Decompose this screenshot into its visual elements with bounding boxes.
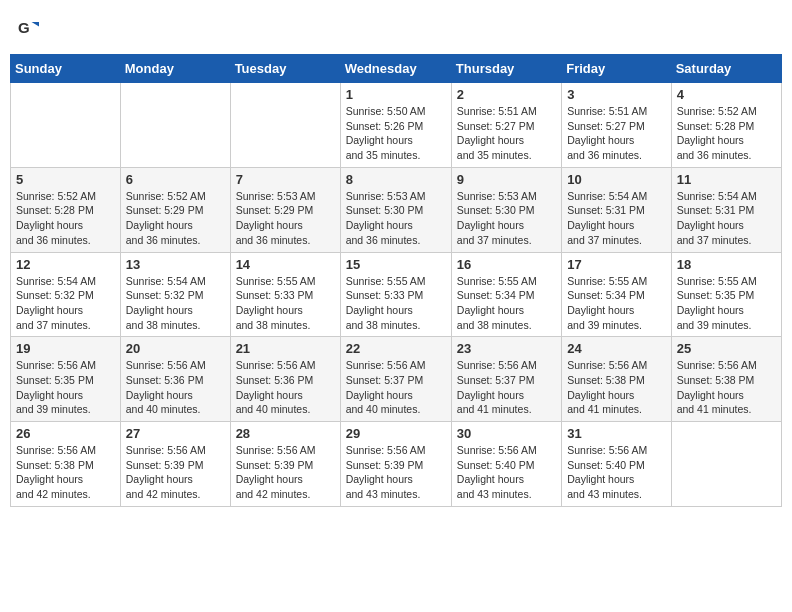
- day-number: 27: [126, 426, 225, 441]
- day-info: Sunrise: 5:56 AMSunset: 5:37 PMDaylight …: [346, 358, 446, 417]
- day-number: 22: [346, 341, 446, 356]
- calendar-cell: 31Sunrise: 5:56 AMSunset: 5:40 PMDayligh…: [562, 422, 671, 507]
- calendar-cell: 2Sunrise: 5:51 AMSunset: 5:27 PMDaylight…: [451, 83, 561, 168]
- day-info: Sunrise: 5:56 AMSunset: 5:39 PMDaylight …: [126, 443, 225, 502]
- day-number: 9: [457, 172, 556, 187]
- day-info: Sunrise: 5:55 AMSunset: 5:35 PMDaylight …: [677, 274, 776, 333]
- calendar-cell: 5Sunrise: 5:52 AMSunset: 5:28 PMDaylight…: [11, 167, 121, 252]
- calendar-cell: 29Sunrise: 5:56 AMSunset: 5:39 PMDayligh…: [340, 422, 451, 507]
- day-number: 3: [567, 87, 665, 102]
- calendar-cell: 21Sunrise: 5:56 AMSunset: 5:36 PMDayligh…: [230, 337, 340, 422]
- day-number: 14: [236, 257, 335, 272]
- calendar-cell: 10Sunrise: 5:54 AMSunset: 5:31 PMDayligh…: [562, 167, 671, 252]
- day-info: Sunrise: 5:56 AMSunset: 5:38 PMDaylight …: [677, 358, 776, 417]
- day-info: Sunrise: 5:54 AMSunset: 5:32 PMDaylight …: [16, 274, 115, 333]
- day-info: Sunrise: 5:53 AMSunset: 5:29 PMDaylight …: [236, 189, 335, 248]
- calendar-cell: 14Sunrise: 5:55 AMSunset: 5:33 PMDayligh…: [230, 252, 340, 337]
- calendar-table: SundayMondayTuesdayWednesdayThursdayFrid…: [10, 54, 782, 507]
- day-number: 16: [457, 257, 556, 272]
- day-number: 10: [567, 172, 665, 187]
- calendar-cell: 3Sunrise: 5:51 AMSunset: 5:27 PMDaylight…: [562, 83, 671, 168]
- day-info: Sunrise: 5:51 AMSunset: 5:27 PMDaylight …: [567, 104, 665, 163]
- logo: G: [18, 16, 46, 40]
- day-info: Sunrise: 5:52 AMSunset: 5:29 PMDaylight …: [126, 189, 225, 248]
- day-info: Sunrise: 5:55 AMSunset: 5:33 PMDaylight …: [346, 274, 446, 333]
- calendar-cell: 4Sunrise: 5:52 AMSunset: 5:28 PMDaylight…: [671, 83, 781, 168]
- day-info: Sunrise: 5:51 AMSunset: 5:27 PMDaylight …: [457, 104, 556, 163]
- day-info: Sunrise: 5:55 AMSunset: 5:34 PMDaylight …: [567, 274, 665, 333]
- calendar-cell: 17Sunrise: 5:55 AMSunset: 5:34 PMDayligh…: [562, 252, 671, 337]
- day-number: 19: [16, 341, 115, 356]
- day-info: Sunrise: 5:56 AMSunset: 5:35 PMDaylight …: [16, 358, 115, 417]
- day-info: Sunrise: 5:56 AMSunset: 5:39 PMDaylight …: [236, 443, 335, 502]
- day-info: Sunrise: 5:55 AMSunset: 5:33 PMDaylight …: [236, 274, 335, 333]
- weekday-header: Tuesday: [230, 55, 340, 83]
- weekday-header: Thursday: [451, 55, 561, 83]
- weekday-header: Monday: [120, 55, 230, 83]
- calendar-week-row: 12Sunrise: 5:54 AMSunset: 5:32 PMDayligh…: [11, 252, 782, 337]
- day-number: 30: [457, 426, 556, 441]
- weekday-header: Wednesday: [340, 55, 451, 83]
- day-info: Sunrise: 5:55 AMSunset: 5:34 PMDaylight …: [457, 274, 556, 333]
- weekday-header: Sunday: [11, 55, 121, 83]
- calendar-week-row: 1Sunrise: 5:50 AMSunset: 5:26 PMDaylight…: [11, 83, 782, 168]
- day-number: 24: [567, 341, 665, 356]
- calendar-cell: 26Sunrise: 5:56 AMSunset: 5:38 PMDayligh…: [11, 422, 121, 507]
- calendar-cell: 23Sunrise: 5:56 AMSunset: 5:37 PMDayligh…: [451, 337, 561, 422]
- page-header: G: [10, 10, 782, 46]
- day-number: 23: [457, 341, 556, 356]
- day-number: 7: [236, 172, 335, 187]
- calendar-cell: 20Sunrise: 5:56 AMSunset: 5:36 PMDayligh…: [120, 337, 230, 422]
- svg-text:G: G: [18, 19, 30, 36]
- day-info: Sunrise: 5:56 AMSunset: 5:38 PMDaylight …: [567, 358, 665, 417]
- day-number: 5: [16, 172, 115, 187]
- logo-icon: G: [18, 16, 42, 40]
- day-number: 20: [126, 341, 225, 356]
- day-info: Sunrise: 5:56 AMSunset: 5:40 PMDaylight …: [457, 443, 556, 502]
- day-number: 21: [236, 341, 335, 356]
- calendar-cell: 11Sunrise: 5:54 AMSunset: 5:31 PMDayligh…: [671, 167, 781, 252]
- svg-marker-1: [32, 22, 40, 27]
- day-info: Sunrise: 5:54 AMSunset: 5:31 PMDaylight …: [677, 189, 776, 248]
- calendar-cell: 13Sunrise: 5:54 AMSunset: 5:32 PMDayligh…: [120, 252, 230, 337]
- day-info: Sunrise: 5:50 AMSunset: 5:26 PMDaylight …: [346, 104, 446, 163]
- calendar-cell: 16Sunrise: 5:55 AMSunset: 5:34 PMDayligh…: [451, 252, 561, 337]
- day-number: 11: [677, 172, 776, 187]
- calendar-header-row: SundayMondayTuesdayWednesdayThursdayFrid…: [11, 55, 782, 83]
- day-info: Sunrise: 5:54 AMSunset: 5:31 PMDaylight …: [567, 189, 665, 248]
- calendar-cell: [11, 83, 121, 168]
- weekday-header: Friday: [562, 55, 671, 83]
- day-info: Sunrise: 5:52 AMSunset: 5:28 PMDaylight …: [677, 104, 776, 163]
- day-number: 17: [567, 257, 665, 272]
- day-number: 31: [567, 426, 665, 441]
- day-info: Sunrise: 5:54 AMSunset: 5:32 PMDaylight …: [126, 274, 225, 333]
- calendar-week-row: 5Sunrise: 5:52 AMSunset: 5:28 PMDaylight…: [11, 167, 782, 252]
- day-info: Sunrise: 5:53 AMSunset: 5:30 PMDaylight …: [457, 189, 556, 248]
- day-info: Sunrise: 5:56 AMSunset: 5:36 PMDaylight …: [236, 358, 335, 417]
- calendar-cell: 24Sunrise: 5:56 AMSunset: 5:38 PMDayligh…: [562, 337, 671, 422]
- day-info: Sunrise: 5:56 AMSunset: 5:36 PMDaylight …: [126, 358, 225, 417]
- calendar-cell: [230, 83, 340, 168]
- calendar-week-row: 26Sunrise: 5:56 AMSunset: 5:38 PMDayligh…: [11, 422, 782, 507]
- calendar-cell: 19Sunrise: 5:56 AMSunset: 5:35 PMDayligh…: [11, 337, 121, 422]
- day-number: 8: [346, 172, 446, 187]
- calendar-cell: 22Sunrise: 5:56 AMSunset: 5:37 PMDayligh…: [340, 337, 451, 422]
- calendar-cell: 27Sunrise: 5:56 AMSunset: 5:39 PMDayligh…: [120, 422, 230, 507]
- day-number: 15: [346, 257, 446, 272]
- calendar-cell: 25Sunrise: 5:56 AMSunset: 5:38 PMDayligh…: [671, 337, 781, 422]
- day-number: 29: [346, 426, 446, 441]
- day-number: 6: [126, 172, 225, 187]
- day-info: Sunrise: 5:52 AMSunset: 5:28 PMDaylight …: [16, 189, 115, 248]
- calendar-cell: [671, 422, 781, 507]
- day-info: Sunrise: 5:56 AMSunset: 5:38 PMDaylight …: [16, 443, 115, 502]
- calendar-cell: 12Sunrise: 5:54 AMSunset: 5:32 PMDayligh…: [11, 252, 121, 337]
- day-info: Sunrise: 5:56 AMSunset: 5:37 PMDaylight …: [457, 358, 556, 417]
- calendar-week-row: 19Sunrise: 5:56 AMSunset: 5:35 PMDayligh…: [11, 337, 782, 422]
- calendar-cell: 18Sunrise: 5:55 AMSunset: 5:35 PMDayligh…: [671, 252, 781, 337]
- day-number: 12: [16, 257, 115, 272]
- weekday-header: Saturday: [671, 55, 781, 83]
- day-number: 18: [677, 257, 776, 272]
- day-number: 2: [457, 87, 556, 102]
- calendar-cell: 8Sunrise: 5:53 AMSunset: 5:30 PMDaylight…: [340, 167, 451, 252]
- calendar-cell: 7Sunrise: 5:53 AMSunset: 5:29 PMDaylight…: [230, 167, 340, 252]
